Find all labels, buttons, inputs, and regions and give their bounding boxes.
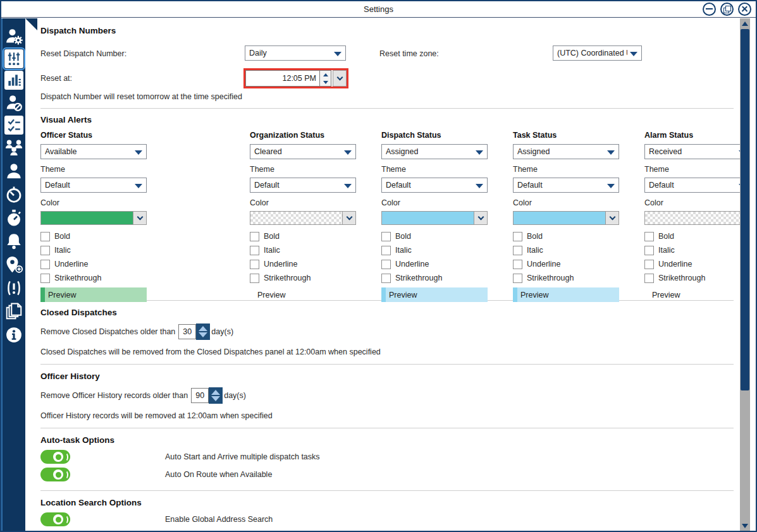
bold-checkbox-row[interactable]: Bold bbox=[513, 229, 620, 243]
dispatch-status-select[interactable]: Assigned bbox=[381, 144, 488, 159]
chevron-down-icon bbox=[477, 214, 484, 220]
checkbox[interactable] bbox=[250, 274, 259, 283]
sidebar-item-info[interactable] bbox=[4, 324, 25, 345]
auto-on-route-toggle-on[interactable] bbox=[40, 468, 70, 481]
underline-checkbox-row[interactable]: Underline bbox=[513, 257, 620, 271]
reset-at-time-input[interactable]: 12:05 PM bbox=[245, 70, 320, 87]
sidebar-item-bell[interactable] bbox=[4, 231, 25, 251]
underline-checkbox-row[interactable]: Underline bbox=[644, 257, 740, 271]
checkbox[interactable] bbox=[644, 232, 654, 241]
checkbox[interactable] bbox=[513, 260, 522, 269]
strikethrough-checkbox-row[interactable]: Strikethrough bbox=[644, 271, 740, 285]
sidebar-item-user-blocked[interactable] bbox=[4, 92, 25, 113]
officer-status-select[interactable]: Available bbox=[40, 144, 147, 159]
checkbox[interactable] bbox=[250, 260, 259, 269]
checkbox[interactable] bbox=[250, 232, 259, 241]
sidebar-item-people-group[interactable] bbox=[4, 137, 25, 158]
info-icon bbox=[4, 325, 23, 344]
sidebar-item-exclamation[interactable] bbox=[4, 277, 25, 298]
color-dropdown-button[interactable] bbox=[133, 211, 147, 225]
task-status-select[interactable]: Assigned bbox=[513, 144, 619, 159]
theme-select[interactable]: Default bbox=[250, 178, 356, 193]
reset-dispatch-number-select[interactable]: Daily bbox=[245, 45, 346, 61]
reset-at-row: Reset at: 12:05 PM bbox=[40, 67, 740, 92]
checkbox[interactable] bbox=[644, 274, 654, 283]
checkbox[interactable] bbox=[40, 232, 50, 241]
alarm-status-select[interactable]: Received bbox=[644, 144, 740, 159]
strikethrough-checkbox-row[interactable]: Strikethrough bbox=[513, 271, 620, 285]
closed-dispatches-row: Remove Closed Dispatches older than 30 d… bbox=[40, 323, 740, 340]
checkbox[interactable] bbox=[513, 246, 522, 255]
theme-select[interactable]: Default bbox=[40, 178, 147, 193]
time-spin-down-button[interactable] bbox=[320, 78, 331, 86]
italic-checkbox-row[interactable]: Italic bbox=[644, 243, 740, 257]
color-picker[interactable] bbox=[513, 211, 619, 225]
closed-dispatches-days-input[interactable]: 30 bbox=[178, 324, 196, 339]
bold-checkbox-row[interactable]: Bold bbox=[250, 229, 357, 243]
restore-button-icon[interactable] bbox=[720, 3, 734, 16]
checkbox[interactable] bbox=[250, 246, 259, 255]
scrollbar-thumb[interactable] bbox=[741, 29, 749, 390]
color-picker[interactable] bbox=[250, 211, 356, 225]
color-picker[interactable] bbox=[40, 211, 147, 225]
underline-checkbox-row[interactable]: Underline bbox=[40, 257, 148, 271]
vertical-scrollbar[interactable] bbox=[740, 18, 750, 531]
sidebar-item-user-gear[interactable] bbox=[4, 26, 25, 47]
color-dropdown-button[interactable] bbox=[343, 211, 356, 225]
organization-status-select[interactable]: Cleared bbox=[250, 144, 356, 159]
section-title-auto-task-options: Auto-task Options bbox=[40, 435, 740, 445]
minimize-button-icon[interactable] bbox=[703, 3, 716, 16]
checkbox[interactable] bbox=[381, 232, 391, 241]
auto-start-arrive-label: Auto Start and Arrive multiple dispatch … bbox=[165, 452, 320, 461]
bold-checkbox-row[interactable]: Bold bbox=[381, 229, 489, 243]
sidebar-item-location-pin-plus[interactable] bbox=[4, 254, 25, 275]
auto-start-arrive-toggle-on[interactable] bbox=[40, 450, 70, 464]
sidebar-item-person[interactable] bbox=[4, 160, 25, 181]
checkbox[interactable] bbox=[40, 246, 50, 255]
closed-dispatches-spinner[interactable] bbox=[196, 323, 210, 340]
officer-history-days-input[interactable]: 90 bbox=[191, 388, 209, 403]
sidebar-item-sliders[interactable] bbox=[4, 49, 23, 68]
scroll-down-button[interactable] bbox=[740, 521, 750, 531]
strikethrough-checkbox-row[interactable]: Strikethrough bbox=[250, 271, 357, 285]
sidebar-item-equalizer[interactable] bbox=[4, 71, 23, 90]
underline-checkbox-row[interactable]: Underline bbox=[250, 257, 357, 271]
theme-select[interactable]: Default bbox=[381, 178, 488, 193]
color-picker[interactable] bbox=[381, 211, 488, 225]
color-picker[interactable] bbox=[644, 211, 740, 225]
time-dropdown-button[interactable] bbox=[333, 70, 347, 87]
checkbox[interactable] bbox=[644, 246, 654, 255]
underline-checkbox-row[interactable]: Underline bbox=[381, 257, 489, 271]
italic-checkbox-row[interactable]: Italic bbox=[40, 243, 148, 257]
italic-checkbox-row[interactable]: Italic bbox=[381, 243, 489, 257]
checkbox[interactable] bbox=[381, 246, 391, 255]
settings-window: Settings bbox=[0, 0, 757, 532]
checkbox[interactable] bbox=[644, 260, 654, 269]
sidebar-item-clock[interactable] bbox=[4, 184, 25, 205]
checkbox[interactable] bbox=[513, 274, 522, 283]
bold-checkbox-row[interactable]: Bold bbox=[40, 229, 148, 243]
italic-checkbox-row[interactable]: Italic bbox=[513, 243, 620, 257]
global-address-search-toggle-on[interactable] bbox=[40, 512, 70, 526]
checkbox[interactable] bbox=[381, 260, 391, 269]
strikethrough-checkbox-row[interactable]: Strikethrough bbox=[381, 271, 489, 285]
color-dropdown-button[interactable] bbox=[606, 211, 619, 225]
checkbox[interactable] bbox=[381, 274, 391, 283]
checkbox[interactable] bbox=[40, 274, 50, 283]
close-button-icon[interactable] bbox=[738, 3, 751, 16]
reset-time-zone-select[interactable]: (UTC) Coordinated Universal Time bbox=[553, 45, 642, 61]
scroll-up-button[interactable] bbox=[740, 18, 750, 28]
italic-checkbox-row[interactable]: Italic bbox=[250, 243, 357, 257]
color-dropdown-button[interactable] bbox=[474, 211, 488, 225]
checkbox[interactable] bbox=[40, 260, 50, 269]
checkbox[interactable] bbox=[513, 232, 522, 241]
sidebar-item-checklist[interactable] bbox=[4, 116, 23, 135]
sidebar-item-stopwatch[interactable] bbox=[4, 207, 25, 228]
time-spin-up-button[interactable] bbox=[320, 71, 331, 78]
sidebar-item-documents[interactable] bbox=[4, 301, 25, 322]
bold-checkbox-row[interactable]: Bold bbox=[644, 229, 740, 243]
theme-select[interactable]: Default bbox=[644, 178, 740, 193]
strikethrough-checkbox-row[interactable]: Strikethrough bbox=[40, 271, 148, 285]
officer-history-spinner[interactable] bbox=[209, 387, 223, 404]
theme-select[interactable]: Default bbox=[513, 178, 619, 193]
